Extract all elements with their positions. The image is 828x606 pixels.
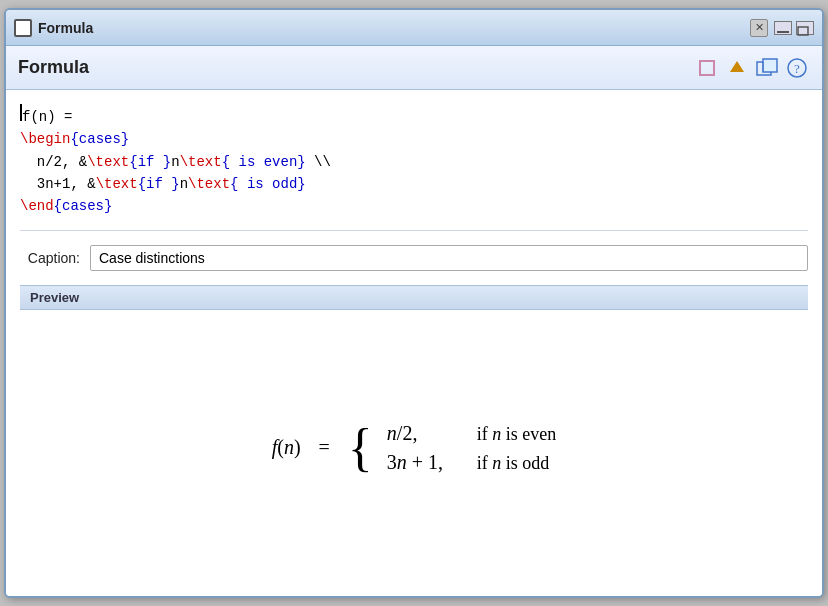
header-icons: ? (694, 55, 810, 81)
panel-title: Formula (18, 57, 89, 78)
export-button[interactable] (754, 55, 780, 81)
math-equals: = (319, 436, 330, 459)
code-line-1: f(n) = (20, 104, 808, 128)
minimize-button[interactable] (774, 21, 792, 35)
svg-rect-2 (700, 61, 714, 75)
help-button[interactable]: ? (784, 55, 810, 81)
restore-button[interactable] (796, 21, 814, 35)
formula-window: Formula ✕ Formula (4, 8, 824, 598)
close-button[interactable]: ✕ (750, 19, 768, 37)
svg-rect-0 (777, 31, 789, 33)
title-checkbox[interactable] (14, 19, 32, 37)
code-text: f(n) = (22, 106, 72, 128)
code-line-4: 3n+1, & \text{if }n\text{ is odd} (20, 173, 808, 195)
svg-rect-1 (798, 27, 808, 35)
title-bar: Formula ✕ (6, 10, 822, 46)
math-case-row-2: 3n + 1, if n is odd (387, 451, 556, 474)
code-line-5: \end{cases} (20, 195, 808, 217)
up-arrow-button[interactable] (724, 55, 750, 81)
header-bar: Formula (6, 46, 822, 90)
svg-text:?: ? (794, 61, 800, 76)
caption-label: Caption: (20, 250, 80, 266)
math-function: f(n) (272, 436, 301, 459)
math-left-brace: { (348, 422, 373, 474)
window-title: Formula (38, 20, 744, 36)
svg-rect-5 (763, 59, 777, 72)
math-cond-2: if n is odd (477, 453, 550, 474)
math-cases: n/2, if n is even 3n + 1, if n is odd (387, 422, 556, 474)
code-editor[interactable]: f(n) = \begin{cases} n/2, & \text{if }n\… (20, 100, 808, 231)
math-expr-2: 3n + 1, (387, 451, 457, 474)
code-line-3: n/2, & \text{if }n\text{ is even} \\ (20, 151, 808, 173)
caption-input[interactable] (90, 245, 808, 271)
svg-marker-3 (730, 61, 744, 72)
preview-section-header: Preview (20, 285, 808, 310)
math-preview: f(n) = { n/2, if n is even (272, 422, 557, 474)
preview-area: f(n) = { n/2, if n is even (20, 310, 808, 586)
math-case-row-1: n/2, if n is even (387, 422, 556, 445)
square-icon-button[interactable] (694, 55, 720, 81)
window-controls (774, 21, 814, 35)
code-line-2: \begin{cases} (20, 128, 808, 150)
caption-row: Caption: (20, 241, 808, 275)
math-cond-1: if n is even (477, 424, 556, 445)
main-content: f(n) = \begin{cases} n/2, & \text{if }n\… (6, 90, 822, 596)
math-expr-1: n/2, (387, 422, 457, 445)
